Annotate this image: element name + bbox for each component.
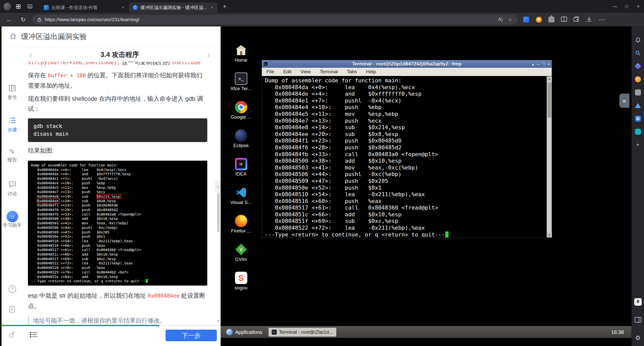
panel-collapse-handle[interactable]: ‹ [215, 181, 221, 193]
add-sidebar-app-icon[interactable]: + [634, 141, 641, 148]
terminal-cursor [146, 279, 148, 283]
rail-item-report[interactable]: ✎ 报告 [2, 149, 23, 163]
maximize-button[interactable]: □ [621, 0, 632, 13]
screen: 云班课 - 作业活动-作答 × 缓冲区溢出漏洞实验 - 缓冲区溢... × + … [0, 0, 644, 346]
back-button[interactable]: ← [4, 15, 15, 24]
profile-avatar[interactable] [4, 3, 11, 10]
next-step-button[interactable]: 下一步 [166, 330, 217, 341]
new-tab-button[interactable]: + [221, 3, 229, 10]
tab-actions-icon[interactable] [26, 2, 34, 11]
menu-file[interactable]: File [266, 69, 274, 75]
section-title: 3.4 攻击程序 [100, 50, 139, 59]
exit-fullscreen-icon[interactable] [9, 332, 15, 339]
window-controls: — □ × [609, 0, 644, 13]
sidebar-expand-handle[interactable]: « [619, 94, 629, 108]
svg-text:V: V [239, 247, 243, 252]
gvim-icon: V [235, 243, 247, 256]
remote-desktop: Home >_ Xfce Ter... Google ... Eclipse I… [221, 26, 631, 346]
desktop-icon-google-chrome[interactable]: Google ... [225, 101, 257, 119]
browser-tab-buffer-overflow[interactable]: 缓冲区溢出漏洞实验 - 缓冲区溢... × [129, 3, 217, 13]
desktop-icon-eclipse[interactable]: Eclipse [225, 129, 257, 148]
taskbar-window-button[interactable]: >_ Terminal - root@iZbp1d... [268, 328, 336, 337]
sidebar-app-icon-5[interactable] [634, 128, 641, 135]
scrollbar-thumb[interactable] [217, 193, 220, 232]
tab-title: 缓冲区溢出漏洞实验 - 缓冲区溢... [140, 5, 207, 11]
terminal-window[interactable]: >_ Terminal - root@iZbp1d847242j0l5a2ap9… [262, 60, 552, 238]
tab-close-icon[interactable]: × [121, 5, 125, 11]
sidebar-panel-icon[interactable] [632, 317, 644, 323]
applications-menu-button[interactable]: Applications [224, 327, 265, 337]
desktop-icon-idea[interactable]: IDEA [225, 158, 257, 176]
rail-item-chapters[interactable]: 章节 [2, 84, 23, 101]
rail-item-discussion[interactable]: 讨论 [2, 181, 23, 197]
sidebar-app-icon-2[interactable] [634, 76, 641, 83]
rail-item-assistant[interactable]: 学习助手 [2, 211, 23, 228]
favorite-star-icon[interactable]: ☆ [508, 17, 512, 22]
terminal-scrollbar[interactable]: ▲ ▼ [547, 76, 552, 237]
scroll-down-icon[interactable]: ▼ [217, 319, 220, 323]
desktop-icon-sogou[interactable]: S sogou [225, 272, 257, 290]
outlook-icon[interactable] [634, 115, 641, 122]
minimize-button[interactable]: — [536, 62, 540, 66]
menu-view[interactable]: View [300, 69, 311, 75]
minimize-button[interactable]: — [609, 0, 621, 13]
menu-terminal[interactable]: Terminal [320, 69, 338, 75]
extensions-puzzle-icon[interactable] [548, 17, 554, 22]
steps-icon: 123 [9, 117, 16, 124]
paragraph: 保存在 buffer + 100 的位置。下面我们将详细介绍如何获得我们需要添加… [28, 70, 207, 91]
extension-icon-blue[interactable] [523, 17, 529, 23]
home-folder-icon [235, 44, 247, 56]
read-aloud-icon[interactable]: A) [498, 17, 503, 22]
maximize-button[interactable]: □ [543, 62, 545, 66]
sidebar-app-icon-3[interactable] [634, 89, 641, 96]
desktop-icon-xfce-terminal[interactable]: >_ Xfce Ter... [225, 73, 257, 91]
paragraph: esp 中就是 str 的起始地址，所以我们在地址 0x080484ee 处设置… [28, 291, 207, 311]
edge-sidebar: + ⚙ [631, 26, 644, 346]
scroll-down-icon[interactable]: ▼ [547, 232, 552, 237]
refresh-button[interactable]: ↻ [18, 15, 28, 24]
address-bar[interactable]: https://www.lanqiao.cn/courses/231/learn… [32, 15, 518, 24]
sidebar-settings-gear-icon[interactable]: ⚙ [632, 334, 644, 341]
notifications-bell-icon[interactable] [634, 37, 641, 44]
rail-item-feedback[interactable] [2, 305, 23, 314]
terminal-cursor [445, 231, 449, 237]
desktop-icon-home[interactable]: Home [225, 44, 257, 62]
lesson-content: strcpy(buffer+100,shellcode); 这一句复制我们的 s… [28, 62, 207, 326]
rail-item-steps[interactable]: 123 步骤 [2, 117, 23, 133]
terminal-output[interactable]: Dump of assembler code for function main… [262, 76, 547, 237]
tab-close-icon[interactable]: × [210, 5, 214, 11]
workspaces-icon[interactable] [14, 2, 23, 11]
extension-icon-orange[interactable] [536, 17, 542, 23]
chrome-icon [235, 101, 247, 113]
section-nav: ‹ 3.4 攻击程序 › [23, 47, 217, 62]
more-prompt-line: ---Type <return> to continue, or q <retu… [265, 231, 547, 237]
page-content: 缓冲区溢出漏洞实验 ‹ 3.4 攻击程序 › 章节 123 步骤 ✎ [0, 26, 644, 346]
prev-section-button[interactable]: ‹ [29, 50, 32, 59]
settings-more-icon[interactable]: ⋯ [599, 16, 605, 23]
collections-icon[interactable] [574, 16, 580, 23]
menu-tabs[interactable]: Tabs [347, 69, 357, 75]
sidebar-app-icon-1[interactable] [634, 63, 641, 70]
desktop-icon-gvim[interactable]: V GVim [225, 243, 257, 262]
close-button[interactable]: × [632, 0, 644, 13]
accessibility-icon[interactable] [632, 298, 644, 306]
sogou-icon: S [235, 272, 247, 284]
desktop-icon-visual-studio[interactable]: Visual S... [225, 186, 257, 205]
desktop-icon-firefox[interactable]: Firefox ... [225, 215, 257, 233]
rail-item-help[interactable]: ? [2, 285, 23, 293]
terminal-titlebar[interactable]: >_ Terminal - root@iZbp1d847242j0l5a2ap9… [262, 60, 552, 68]
shade-button[interactable]: ▴ [532, 62, 534, 66]
downloads-icon[interactable] [586, 16, 592, 23]
home-icon[interactable] [10, 33, 17, 41]
split-screen-icon[interactable] [561, 16, 567, 23]
scrollbar-thumb[interactable] [547, 82, 551, 118]
sidebar-app-icon-4[interactable] [634, 102, 641, 109]
browser-tab-cloud-class[interactable]: 云班课 - 作业活动-作答 × [40, 3, 128, 13]
toc-icon[interactable] [30, 331, 38, 339]
search-icon[interactable] [634, 50, 641, 57]
menu-help[interactable]: Help [366, 69, 376, 75]
close-button[interactable]: × [547, 62, 550, 66]
menu-edit[interactable]: Edit [283, 69, 292, 75]
scroll-up-icon[interactable]: ▲ [547, 76, 552, 81]
next-section-button[interactable]: › [207, 50, 210, 59]
